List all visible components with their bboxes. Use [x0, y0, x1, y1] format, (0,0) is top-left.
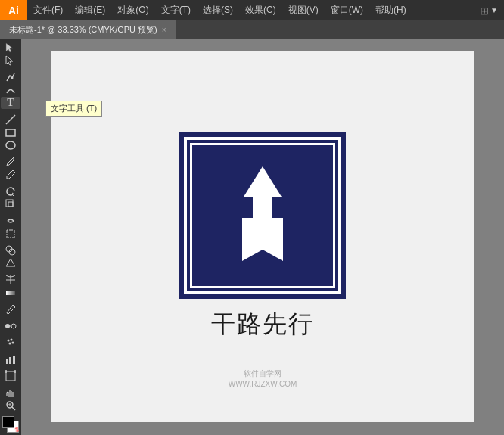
- left-toolbar: T: [0, 39, 21, 435]
- paintbrush-tool[interactable]: [1, 156, 20, 168]
- curvature-tool[interactable]: [1, 84, 20, 96]
- menu-file[interactable]: 文件(F): [27, 0, 69, 20]
- svg-point-13: [5, 324, 10, 328]
- pen-tool[interactable]: [1, 71, 20, 83]
- hand-tool[interactable]: [1, 387, 20, 399]
- svg-rect-22: [13, 356, 15, 364]
- tool-tooltip: 文字工具 (T): [45, 101, 102, 117]
- svg-line-4: [13, 170, 15, 172]
- selection-tool[interactable]: [1, 42, 20, 54]
- swap-colors-icon[interactable]: ⇅: [14, 427, 20, 433]
- main-layout: T: [0, 39, 504, 435]
- canvas-area: 文字工具 (T) 干路先行: [21, 39, 504, 435]
- artboard: 干路先行 软件自学网 WWW.RJZXW.COM: [51, 51, 474, 422]
- svg-rect-7: [7, 230, 14, 238]
- warp-tool[interactable]: [1, 215, 20, 227]
- menu-window[interactable]: 窗口(W): [325, 0, 369, 20]
- type-tool-icon: T: [7, 97, 14, 109]
- symbol-sprayer-tool[interactable]: [1, 337, 20, 349]
- svg-rect-20: [6, 359, 8, 364]
- svg-rect-5: [8, 202, 13, 207]
- watermark: 软件自学网 WWW.RJZXW.COM: [229, 368, 297, 390]
- color-swatches-area: ⇅: [0, 416, 21, 435]
- type-tool[interactable]: T: [1, 97, 20, 109]
- perspective-grid-tool[interactable]: [1, 257, 20, 269]
- sign-inner-border: [190, 143, 335, 288]
- svg-point-17: [11, 339, 13, 341]
- ellipse-tool[interactable]: [1, 139, 20, 151]
- scale-tool[interactable]: [1, 198, 20, 210]
- svg-point-19: [12, 342, 14, 344]
- svg-point-16: [8, 340, 10, 342]
- svg-point-3: [6, 141, 15, 149]
- menu-help[interactable]: 帮助(H): [369, 0, 412, 20]
- column-graph-tool[interactable]: [1, 353, 20, 365]
- free-transform-tool[interactable]: [1, 228, 20, 240]
- svg-rect-2: [6, 129, 15, 136]
- artboard-tool[interactable]: [1, 370, 20, 382]
- svg-point-14: [11, 324, 16, 328]
- menu-edit[interactable]: 编辑(E): [69, 0, 111, 20]
- menu-items: 文件(F) 编辑(E) 对象(O) 文字(T) 选择(S) 效果(C) 视图(V…: [27, 0, 474, 20]
- rectangle-tool[interactable]: [1, 126, 20, 138]
- menu-select[interactable]: 选择(S): [197, 0, 239, 20]
- svg-point-0: [11, 77, 14, 79]
- blend-tool[interactable]: [1, 320, 20, 332]
- foreground-color-swatch[interactable]: [2, 416, 14, 428]
- tab-title: 未标题-1* @ 33.33% (CMYK/GPU 预览): [9, 24, 157, 36]
- artwork-container: 干路先行: [179, 132, 346, 341]
- document-tab[interactable]: 未标题-1* @ 33.33% (CMYK/GPU 预览) ×: [0, 20, 176, 39]
- svg-rect-6: [6, 200, 13, 207]
- mesh-tool[interactable]: [1, 274, 20, 286]
- menu-text[interactable]: 文字(T): [155, 0, 197, 20]
- zoom-tool[interactable]: [1, 399, 20, 412]
- svg-rect-23: [6, 371, 15, 381]
- app-logo: Ai: [0, 0, 27, 20]
- tab-close-button[interactable]: ×: [162, 26, 166, 34]
- menu-effect[interactable]: 效果(C): [239, 0, 282, 20]
- svg-rect-21: [9, 357, 11, 364]
- pencil-tool[interactable]: [1, 169, 20, 181]
- sign-caption: 干路先行: [211, 308, 314, 341]
- tab-bar: 未标题-1* @ 33.33% (CMYK/GPU 预览) ×: [0, 20, 504, 39]
- svg-rect-12: [6, 291, 15, 295]
- shape-builder-tool[interactable]: [1, 244, 20, 256]
- svg-line-1: [6, 115, 15, 124]
- road-sign: [179, 132, 346, 299]
- direct-selection-tool[interactable]: [1, 54, 20, 67]
- eyedropper-tool[interactable]: [1, 303, 20, 315]
- svg-line-27: [12, 407, 15, 410]
- menu-bar: Ai 文件(F) 编辑(E) 对象(O) 文字(T) 选择(S) 效果(C) 视…: [0, 0, 504, 20]
- workspace-switcher[interactable]: ⊞ ▼: [474, 5, 504, 17]
- svg-point-18: [9, 343, 11, 345]
- rotate-tool[interactable]: [1, 185, 20, 197]
- menu-object[interactable]: 对象(O): [111, 0, 154, 20]
- gradient-tool[interactable]: [1, 287, 20, 299]
- line-tool[interactable]: [1, 113, 20, 126]
- menu-view[interactable]: 视图(V): [282, 0, 325, 20]
